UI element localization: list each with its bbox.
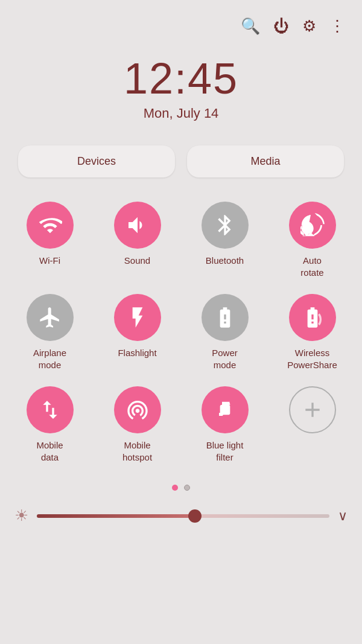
sound-icon [125, 213, 150, 237]
brightness-icon: ☀ [14, 506, 28, 525]
quick-settings-grid: Wi-Fi Sound Bluetooth Autorotate [0, 196, 362, 473]
brightness-track[interactable] [37, 514, 329, 518]
dot-1[interactable] [172, 485, 178, 491]
wifi-label: Wi-Fi [39, 255, 60, 267]
powermode-label: Powermode [212, 347, 238, 371]
bluetooth-label: Bluetooth [206, 255, 244, 267]
power-icon[interactable]: ⏻ [273, 17, 289, 36]
hotspot-label: Mobilehotspot [122, 439, 152, 463]
bluelight-label: Blue lightfilter [206, 439, 244, 463]
clock-time: 12:45 [0, 54, 362, 103]
media-tab[interactable]: Media [187, 145, 344, 177]
airplane-label: Airplanemode [33, 347, 66, 371]
sound-label: Sound [124, 255, 150, 267]
hotspot-toggle[interactable]: Mobilehotspot [94, 380, 181, 473]
hotspot-icon [125, 398, 150, 422]
mobiledata-circle [27, 386, 74, 433]
mobiledata-icon [38, 398, 62, 422]
powershare-icon [300, 305, 325, 330]
bluetooth-icon [213, 213, 237, 237]
powershare-circle [289, 294, 336, 341]
autorotate-label: Autorotate [300, 255, 323, 278]
flashlight-icon [125, 305, 150, 330]
search-icon[interactable]: 🔍 [241, 17, 260, 36]
bluelight-toggle[interactable]: B Blue lightfilter [181, 380, 268, 473]
powershare-label: WirelessPowerShare [287, 347, 337, 371]
tab-row: Devices Media [0, 145, 362, 177]
powermode-toggle[interactable]: Powermode [181, 288, 268, 380]
devices-tab[interactable]: Devices [18, 145, 175, 177]
brightness-chevron[interactable]: ∨ [338, 508, 348, 524]
add-icon [300, 398, 325, 422]
clock-section: 12:45 Mon, July 14 [0, 54, 362, 121]
autorotate-icon [300, 213, 325, 237]
bluetooth-toggle[interactable]: Bluetooth [181, 196, 268, 288]
autorotate-toggle[interactable]: Autorotate [268, 196, 356, 288]
add-circle [289, 386, 336, 433]
mobiledata-label: Mobiledata [36, 439, 63, 463]
flashlight-circle [114, 294, 161, 341]
add-tile[interactable] [268, 380, 356, 473]
flashlight-label: Flashlight [118, 347, 156, 359]
wifi-circle [27, 202, 74, 249]
powermode-icon [213, 305, 237, 330]
powershare-toggle[interactable]: WirelessPowerShare [268, 288, 356, 380]
powermode-circle [202, 294, 249, 341]
bluelight-icon: B [213, 398, 237, 422]
bluelight-circle: B [202, 386, 249, 433]
sound-toggle[interactable]: Sound [94, 196, 181, 288]
hotspot-circle [114, 386, 161, 433]
page-dots [0, 485, 362, 491]
svg-text:B: B [221, 404, 229, 416]
wifi-toggle[interactable]: Wi-Fi [6, 196, 94, 288]
sound-circle [114, 202, 161, 249]
settings-icon[interactable]: ⚙ [302, 17, 316, 36]
airplane-toggle[interactable]: Airplanemode [6, 288, 94, 380]
clock-date: Mon, July 14 [0, 106, 362, 121]
top-bar: 🔍 ⏻ ⚙ ⋮ [0, 0, 362, 36]
brightness-bar: ☀ ∨ [0, 497, 362, 535]
mobiledata-toggle[interactable]: Mobiledata [6, 380, 94, 473]
autorotate-circle [289, 202, 336, 249]
brightness-thumb[interactable] [188, 509, 202, 523]
flashlight-toggle[interactable]: Flashlight [94, 288, 181, 380]
bluetooth-circle [202, 202, 249, 249]
airplane-circle [27, 294, 74, 341]
dot-2[interactable] [184, 485, 190, 491]
airplane-icon [38, 305, 62, 330]
wifi-icon [38, 213, 62, 237]
more-icon[interactable]: ⋮ [329, 17, 345, 36]
